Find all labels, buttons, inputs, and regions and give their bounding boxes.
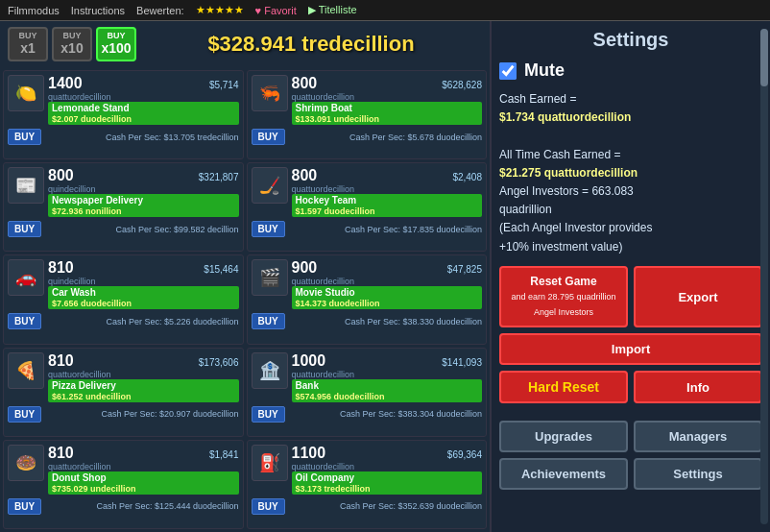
biz-price: $628,628 — [442, 80, 482, 90]
biz-count: 800 — [292, 167, 318, 184]
biz-cashrate: Cash Per Sec: $17.835 duodecillion — [345, 225, 482, 234]
top-bar: Filmmodus Instructions Bewerten: ★★★★★ ♥… — [0, 0, 770, 21]
biz-count: 1000 — [292, 352, 326, 370]
biz-card-info: 900 $47,825 quattuordecillion Movie Stud… — [292, 259, 483, 309]
biz-card-bottom: BUY Cash Per Sec: $13.705 tredecillion — [8, 129, 239, 145]
biz-icon: 🦐 — [252, 75, 288, 111]
biz-count-row: 810 $173,606 — [48, 352, 239, 370]
business-card: 🏒 800 $2,408 quattuordecillion Hockey Te… — [247, 162, 488, 252]
export-button[interactable]: Export — [634, 266, 762, 328]
upgrades-managers-row: Upgrades Managers — [499, 421, 762, 452]
biz-count-row: 1000 $141,093 — [292, 352, 483, 370]
mute-checkbox[interactable] — [499, 62, 517, 80]
biz-count-row: 800 $321,807 — [48, 167, 239, 184]
biz-tier: quattuordecillion — [292, 462, 483, 472]
right-scrollbar-thumb[interactable] — [760, 29, 768, 86]
achievements-button[interactable]: Achievements — [499, 458, 628, 490]
business-card: 🍕 810 $173,606 quattuordecillion Pizza D… — [3, 348, 244, 437]
titelliste-label[interactable]: ▶ Titelliste — [308, 4, 357, 16]
biz-card-bottom: BUY Cash Per Sec: $352.639 duodecillion — [252, 498, 483, 515]
bewerten-label: Bewerten: — [136, 5, 184, 16]
biz-card-info: 1400 $5,714 quattuordecillion Lemonade S… — [48, 75, 239, 125]
biz-namebar: Bank$574.956 duodecillion — [292, 379, 483, 402]
settings-button[interactable]: Settings — [634, 458, 762, 490]
biz-count: 900 — [292, 259, 318, 277]
biz-count: 800 — [292, 75, 318, 92]
biz-namebar: Shrimp Boat$133.091 undecillion — [292, 102, 483, 125]
reset-game-button[interactable]: Reset Game and earn 28.795 quadrillion A… — [499, 266, 628, 328]
cash-earned-val: $1.734 quattuordecillion — [499, 109, 762, 127]
biz-card-top: 🚗 810 $15,464 quindecillion Car Wash$7.6… — [8, 259, 239, 309]
business-grid: 🍋 1400 $5,714 quattuordecillion Lemonade… — [0, 67, 490, 532]
biz-card-top: 🏒 800 $2,408 quattuordecillion Hockey Te… — [252, 167, 483, 217]
biz-price: $47,825 — [447, 264, 482, 275]
biz-tier: quindecillion — [48, 184, 239, 194]
biz-buy-button[interactable]: BUY — [252, 406, 285, 423]
managers-button[interactable]: Managers — [634, 421, 762, 452]
biz-cashrate: Cash Per Sec: $38.330 duodecillion — [345, 317, 482, 326]
filmmodus-label[interactable]: Filmmodus — [8, 5, 60, 16]
biz-card-bottom: BUY Cash Per Sec: $383.304 duodecillion — [252, 406, 483, 423]
biz-tier: quattuordecillion — [292, 184, 483, 194]
biz-cashrate: Cash Per Sec: $383.304 duodecillion — [340, 409, 482, 419]
biz-count-row: 810 $1,841 — [48, 445, 239, 462]
biz-icon: 🚗 — [8, 259, 44, 296]
biz-namebar: Donut Shop$735.029 undecillion — [48, 472, 239, 495]
biz-price: $2,408 — [452, 172, 482, 182]
biz-count-row: 1400 $5,714 — [48, 75, 239, 92]
biz-tier: quattuordecillion — [48, 462, 239, 472]
biz-price: $1,841 — [209, 449, 239, 460]
buy-header: BUY x1 BUY x10 BUY x100 $328.941 tredeci… — [0, 21, 490, 67]
biz-icon: 📰 — [8, 167, 44, 204]
stars-rating[interactable]: ★★★★★ — [196, 4, 244, 16]
info-button[interactable]: Info — [634, 371, 762, 403]
biz-namebar: Lemonade Stand$2.007 duodecillion — [48, 102, 239, 125]
biz-buy-button[interactable]: BUY — [8, 498, 41, 515]
biz-card-bottom: BUY Cash Per Sec: $38.330 duodecillion — [252, 313, 483, 329]
left-panel: BUY x1 BUY x10 BUY x100 $328.941 tredeci… — [0, 21, 490, 532]
settings-title: Settings — [499, 29, 762, 51]
biz-cashrate: Cash Per Sec: $13.705 tredecillion — [106, 133, 239, 142]
biz-count: 810 — [48, 352, 74, 370]
cash-display: $328.941 tredecillion — [140, 32, 482, 57]
right-scrollbar[interactable] — [760, 29, 768, 524]
stats-section: Cash Earned = $1.734 quattuordecillion A… — [499, 90, 762, 256]
biz-buy-button[interactable]: BUY — [8, 406, 41, 423]
biz-buy-button[interactable]: BUY — [8, 221, 41, 237]
biz-buy-button[interactable]: BUY — [8, 313, 41, 329]
biz-card-info: 800 $321,807 quindecillion Newspaper Del… — [48, 167, 239, 217]
biz-tier: quattuordecillion — [292, 277, 483, 286]
biz-count: 1400 — [48, 75, 83, 92]
hard-reset-button[interactable]: Hard Reset — [499, 371, 628, 403]
mute-label[interactable]: Mute — [524, 60, 565, 81]
biz-buy-button[interactable]: BUY — [252, 498, 285, 515]
biz-buy-button[interactable]: BUY — [252, 221, 285, 237]
biz-card-info: 810 $1,841 quattuordecillion Donut Shop$… — [48, 445, 239, 495]
biz-cashrate: Cash Per Sec: $5.226 duodecillion — [106, 317, 238, 326]
upgrades-button[interactable]: Upgrades — [499, 421, 628, 452]
biz-namebar: Movie Studio$14.373 duodecillion — [292, 286, 483, 309]
cash-earned-label: Cash Earned = — [499, 90, 762, 109]
biz-count-row: 800 $628,628 — [292, 75, 483, 92]
biz-buy-button[interactable]: BUY — [252, 129, 285, 145]
biz-buy-button[interactable]: BUY — [8, 129, 41, 145]
biz-tier: quattuordecillion — [292, 92, 483, 102]
biz-namebar: Oil Company$3.173 tredecillion — [292, 472, 483, 495]
instructions-label[interactable]: Instructions — [71, 5, 125, 16]
main-area: BUY x1 BUY x10 BUY x100 $328.941 tredeci… — [0, 21, 770, 532]
biz-namebar: Newspaper Delivery$72.936 nonillion — [48, 194, 239, 217]
buy-x10-button[interactable]: BUY x10 — [52, 27, 92, 61]
biz-icon: 🍋 — [8, 75, 44, 111]
favorit-label[interactable]: ♥ Favorit — [255, 5, 297, 16]
biz-cashrate: Cash Per Sec: $352.639 duodecillion — [340, 501, 482, 511]
buy-x1-button[interactable]: BUY x1 — [8, 27, 48, 61]
buy-x100-button[interactable]: BUY x100 — [96, 27, 136, 61]
business-card: 🎬 900 $47,825 quattuordecillion Movie St… — [247, 254, 488, 344]
biz-count-row: 810 $15,464 — [48, 259, 239, 277]
biz-namebar: Pizza Delivery$61.252 undecillion — [48, 379, 239, 402]
biz-card-bottom: BUY Cash Per Sec: $5.678 duodecillion — [252, 129, 483, 145]
import-button[interactable]: Import — [499, 333, 762, 365]
biz-count-row: 1100 $69,364 — [292, 445, 483, 462]
biz-buy-button[interactable]: BUY — [252, 313, 285, 329]
biz-cashrate: Cash Per Sec: $5.678 duodecillion — [349, 133, 482, 142]
